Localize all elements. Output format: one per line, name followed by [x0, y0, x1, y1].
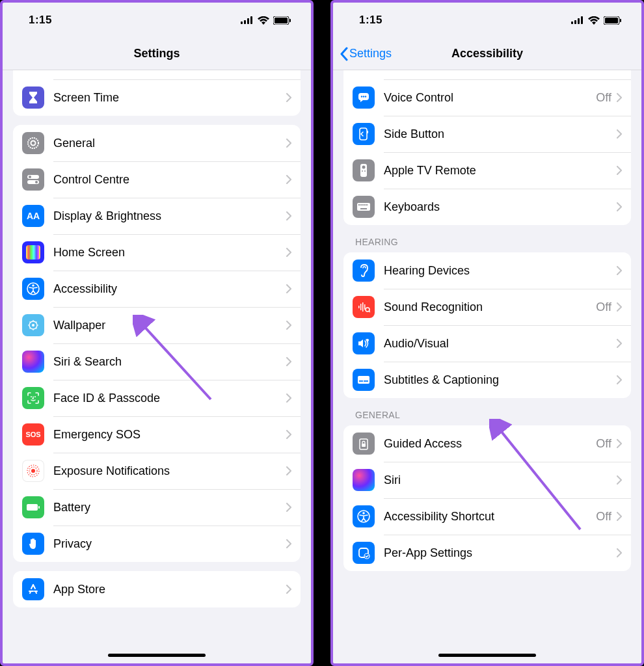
- row-label: Sound Recognition: [384, 300, 596, 314]
- svg-point-16: [32, 324, 34, 326]
- svg-point-40: [364, 170, 366, 172]
- grid-icon: [22, 241, 44, 263]
- faceid-icon: [22, 387, 44, 409]
- svg-rect-28: [581, 16, 583, 24]
- row-emergency-sos[interactable]: SOS Emergency SOS: [13, 416, 301, 453]
- svg-rect-1: [244, 20, 246, 24]
- svg-rect-57: [364, 380, 368, 382]
- svg-rect-49: [360, 304, 362, 310]
- svg-point-33: [363, 96, 364, 97]
- chevron-right-icon: [617, 439, 622, 448]
- row-guided-access[interactable]: Guided Access Off: [343, 425, 631, 462]
- wifi-icon: [258, 16, 269, 25]
- row-screen-time[interactable]: Screen Time: [13, 79, 301, 116]
- chevron-right-icon: [617, 266, 622, 275]
- back-button[interactable]: Settings: [340, 47, 392, 61]
- row-home-screen[interactable]: Home Screen: [13, 234, 301, 271]
- svg-point-32: [361, 96, 362, 97]
- row-display-brightness[interactable]: AA Display & Brightness: [13, 198, 301, 234]
- row-label: Subtitles & Captioning: [384, 373, 617, 387]
- svg-rect-55: [358, 376, 369, 384]
- row-label: Display & Brightness: [53, 209, 286, 223]
- row-accessibility[interactable]: Accessibility: [13, 271, 301, 307]
- row-exposure-notifications[interactable]: Exposure Notifications: [13, 453, 301, 489]
- list-group: General Control Centre AA Display & Brig…: [13, 125, 301, 562]
- sound-icon: [353, 296, 375, 318]
- aa-icon: AA: [22, 205, 44, 227]
- svg-point-63: [364, 553, 369, 559]
- statusbar: 1:15: [3, 3, 311, 38]
- switches-icon: [22, 168, 44, 191]
- row-side-button[interactable]: Side Button: [343, 116, 631, 152]
- hourglass-icon: [22, 87, 44, 109]
- sidebutton-icon: [353, 123, 375, 145]
- lock-icon: [353, 433, 375, 455]
- row-hearing-devices[interactable]: Hearing Devices: [343, 252, 631, 289]
- signal-icon: [241, 16, 254, 24]
- battery-icon: [22, 496, 44, 518]
- list-group: Hearing Devices Sound Recognition Off Au…: [343, 252, 631, 398]
- row-label: Accessibility: [53, 282, 286, 296]
- svg-point-39: [362, 170, 363, 172]
- row-value: Off: [596, 300, 611, 314]
- chevron-right-icon: [286, 93, 291, 102]
- svg-rect-46: [366, 204, 368, 206]
- svg-rect-26: [574, 20, 576, 24]
- svg-rect-48: [358, 306, 360, 308]
- navbar: Settings: [3, 38, 311, 70]
- perapp-icon: [353, 542, 375, 564]
- chevron-right-icon: [286, 503, 291, 512]
- appstore-icon: [22, 578, 44, 600]
- chevron-right-icon: [617, 166, 622, 175]
- svg-rect-41: [357, 203, 370, 211]
- row-label: Hearing Devices: [384, 264, 617, 278]
- keyboard-icon: [353, 196, 375, 218]
- accessibility-list[interactable]: Voice Control Off Side Button Apple TV R…: [333, 70, 641, 663]
- chevron-right-icon: [617, 202, 622, 211]
- svg-rect-31: [620, 19, 621, 22]
- row-apple-tv-remote[interactable]: Apple TV Remote: [343, 152, 631, 189]
- row-siri[interactable]: Siri: [343, 462, 631, 498]
- row-per-app-settings[interactable]: Per-App Settings: [343, 535, 631, 571]
- chevron-right-icon: [617, 302, 622, 312]
- row-app-store[interactable]: App Store: [13, 571, 301, 607]
- settings-list[interactable]: Screen Time General Control Centre AA: [3, 70, 311, 663]
- row-label: App Store: [53, 583, 286, 596]
- row-voice-control[interactable]: Voice Control Off: [343, 79, 631, 116]
- phone-accessibility: 1:15 Settings Accessibility Voice Contro…: [330, 0, 644, 666]
- home-indicator: [108, 654, 206, 657]
- row-battery[interactable]: Battery: [13, 489, 301, 526]
- svg-rect-59: [362, 444, 366, 447]
- row-wallpaper[interactable]: Wallpaper: [13, 307, 301, 343]
- row-faceid-passcode[interactable]: Face ID & Passcode: [13, 380, 301, 416]
- svg-rect-22: [27, 504, 38, 511]
- wifi-icon: [588, 16, 600, 25]
- section-header-hearing: HEARING: [343, 225, 631, 252]
- svg-rect-36: [368, 131, 369, 133]
- exposure-icon: [22, 460, 44, 482]
- row-label: Keyboards: [384, 200, 617, 214]
- battery-icon: [604, 16, 622, 25]
- subtitles-icon: [353, 369, 375, 391]
- row-keyboards[interactable]: Keyboards: [343, 189, 631, 225]
- statusbar-time: 1:15: [29, 14, 52, 27]
- row-privacy[interactable]: Privacy: [13, 526, 301, 562]
- svg-point-8: [31, 141, 36, 146]
- row-siri-search[interactable]: Siri & Search: [13, 343, 301, 380]
- row-control-centre[interactable]: Control Centre: [13, 161, 301, 198]
- chevron-right-icon: [286, 357, 291, 366]
- phone-settings: 1:15 Settings Screen Time: [0, 0, 314, 666]
- row-label: Side Button: [384, 127, 617, 141]
- row-subtitles-captioning[interactable]: Subtitles & Captioning: [343, 362, 631, 398]
- row-accessibility-shortcut[interactable]: Accessibility Shortcut Off: [343, 498, 631, 535]
- home-indicator: [438, 654, 536, 657]
- gear-icon: [22, 132, 44, 154]
- row-label: Home Screen: [53, 246, 286, 260]
- row-audio-visual[interactable]: Audio/Visual: [343, 325, 631, 362]
- row-general[interactable]: General: [13, 125, 301, 161]
- row-sound-recognition[interactable]: Sound Recognition Off: [343, 289, 631, 325]
- chevron-right-icon: [286, 466, 291, 475]
- remote-icon: [353, 159, 375, 181]
- svg-rect-6: [289, 19, 291, 22]
- row-label: Control Centre: [53, 173, 286, 187]
